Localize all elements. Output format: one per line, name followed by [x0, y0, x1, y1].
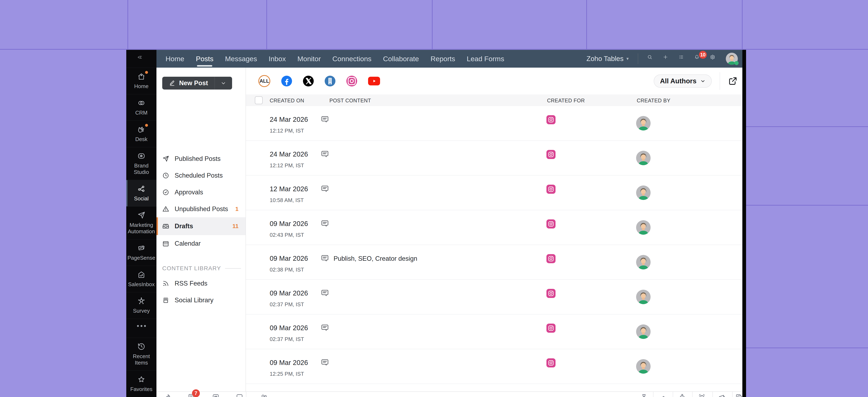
nav-item-messages[interactable]: Messages [225, 50, 257, 68]
count-badge: 11 [232, 223, 239, 230]
menu-item-social-library[interactable]: Social Library [156, 292, 246, 308]
wallpaper-grid-line [432, 0, 433, 49]
collapse-sidebar-button[interactable] [126, 50, 156, 68]
sidebar-item-favorites[interactable]: Favorites [126, 370, 156, 397]
menu-item-calendar[interactable]: Calendar [156, 235, 246, 252]
zoho-social-window: Home Posts Messages Inbox Monitor Connec… [126, 50, 746, 397]
tab-all-networks[interactable]: ALL [258, 75, 270, 87]
nav-item-lead-forms[interactable]: Lead Forms [467, 50, 504, 68]
notification-dot [145, 124, 148, 127]
new-post-dropdown[interactable] [215, 77, 232, 90]
sidebar-item-salesinbox[interactable]: SalesInbox [126, 266, 156, 292]
sidebar-item-crm[interactable]: CRM [126, 94, 156, 121]
content-library-menu: RSS Feeds Social Library [156, 275, 246, 308]
menu-item-drafts[interactable]: Drafts 11 [156, 217, 246, 235]
table-row[interactable]: 12 Mar 2026 10:58 AM, IST [246, 176, 742, 210]
plus-icon[interactable] [663, 55, 671, 63]
wallpaper-grid-line [586, 0, 587, 49]
authors-filter-dropdown[interactable]: All Authors [654, 74, 712, 88]
toolbar-divider [692, 392, 692, 397]
social-icon [137, 185, 146, 193]
column-header-created-by: CREATED BY [637, 98, 671, 103]
instagram-icon [547, 150, 556, 159]
nav-item-monitor[interactable]: Monitor [298, 50, 321, 68]
new-post-main[interactable]: New Post [162, 77, 215, 90]
sidebar-item-social[interactable]: Social [126, 180, 156, 206]
row-time: 12:12 PM, IST [270, 128, 304, 134]
sidebar-item-survey[interactable]: Survey [126, 292, 156, 318]
sidebar-item-pagesense[interactable]: PageSense [126, 239, 156, 266]
sidebar-item-desk[interactable]: Desk [126, 121, 156, 147]
wallpaper-grid-line [746, 347, 868, 348]
home-icon [137, 72, 146, 81]
toolbar-divider [653, 392, 653, 397]
search-icon[interactable] [647, 55, 655, 63]
nav-item-posts[interactable]: Posts [196, 50, 214, 68]
tab-youtube[interactable] [368, 77, 380, 85]
sidebar-more-button[interactable] [126, 318, 156, 333]
nav-item-reports[interactable]: Reports [431, 50, 455, 68]
export-button[interactable] [728, 76, 738, 86]
chevron-down-icon [220, 80, 226, 86]
nav-item-connections[interactable]: Connections [332, 50, 371, 68]
table-row[interactable]: 09 Mar 2026 02:37 PM, IST [246, 314, 742, 349]
pencil-icon [169, 80, 176, 86]
desk-icon [137, 125, 146, 133]
sidebar-item-recent-items[interactable]: Recent Items [126, 338, 156, 370]
filter-divider [720, 72, 720, 90]
table-row[interactable]: 09 Mar 2026 02:43 PM, IST [246, 210, 742, 245]
posts-sidebar: New Post Published Posts Scheduled Posts [156, 68, 246, 397]
list-icon[interactable] [679, 55, 687, 63]
tab-business-profile[interactable] [325, 76, 335, 86]
copy-icon[interactable] [735, 393, 743, 397]
count-badge: 1 [235, 206, 239, 212]
users-icon[interactable] [260, 393, 268, 397]
table-row[interactable]: 09 Mar 2026 02:37 PM, IST [246, 280, 742, 314]
nav-item-collaborate[interactable]: Collaborate [383, 50, 419, 68]
sidebar-item-marketing-automation[interactable]: Marketing Automation [126, 206, 156, 239]
sidebar-item-brand-studio[interactable]: Brand Studio [126, 147, 156, 180]
nav-item-home[interactable]: Home [165, 50, 184, 68]
new-post-button[interactable]: New Post [162, 77, 232, 90]
alarm-icon[interactable] [698, 393, 706, 397]
hashtag-icon[interactable] [212, 393, 220, 397]
table-row[interactable]: 24 Mar 2026 12:12 PM, IST [246, 141, 742, 176]
instagram-icon [547, 324, 556, 333]
instagram-icon [547, 115, 556, 124]
table-row[interactable]: 09 Mar 2026 12:25 PM, IST [246, 349, 742, 384]
notifications[interactable]: 10 [694, 54, 703, 63]
instagram-icon [547, 254, 556, 263]
tab-x[interactable] [303, 76, 314, 86]
post-content-icon [321, 115, 329, 123]
menu-item-published-posts[interactable]: Published Posts [156, 150, 246, 167]
megaphone-icon[interactable] [718, 393, 726, 397]
drafts-icon [162, 223, 169, 230]
lamp-icon[interactable] [640, 393, 648, 397]
timer-icon[interactable] [678, 393, 686, 397]
signature-icon[interactable] [659, 393, 666, 397]
table-row[interactable]: 24 Mar 2026 12:12 PM, IST [246, 106, 742, 141]
posts-main-panel: ALL [246, 68, 742, 397]
nav-item-inbox[interactable]: Inbox [269, 50, 286, 68]
user-menu[interactable] [726, 53, 738, 65]
menu-item-approvals[interactable]: Approvals [156, 184, 246, 201]
pin-icon[interactable] [163, 393, 171, 397]
nav-separator [638, 53, 638, 64]
select-all-checkbox[interactable] [255, 96, 263, 104]
menu-item-rss-feeds[interactable]: RSS Feeds [156, 275, 246, 292]
tab-instagram[interactable] [346, 76, 357, 86]
gear-icon[interactable] [710, 55, 718, 63]
avatar [636, 185, 651, 200]
row-date: 09 Mar 2026 [270, 220, 308, 228]
row-time: 02:37 PM, IST [270, 336, 304, 342]
menu-item-scheduled-posts[interactable]: Scheduled Posts [156, 167, 246, 184]
instagram-icon [346, 76, 357, 86]
menu-item-unpublished-posts[interactable]: Unpublished Posts 1 [156, 201, 246, 217]
row-date: 12 Mar 2026 [270, 185, 308, 193]
filter-bar: ALL [246, 68, 742, 94]
app-switcher[interactable]: Zoho Tables ▾ [587, 55, 629, 63]
sidebar-item-home[interactable]: Home [126, 68, 156, 94]
table-row[interactable]: 09 Mar 2026 02:38 PM, IST Publish, SEO, … [246, 245, 742, 280]
minus-box-icon[interactable] [236, 393, 244, 397]
tab-facebook[interactable] [281, 76, 292, 86]
